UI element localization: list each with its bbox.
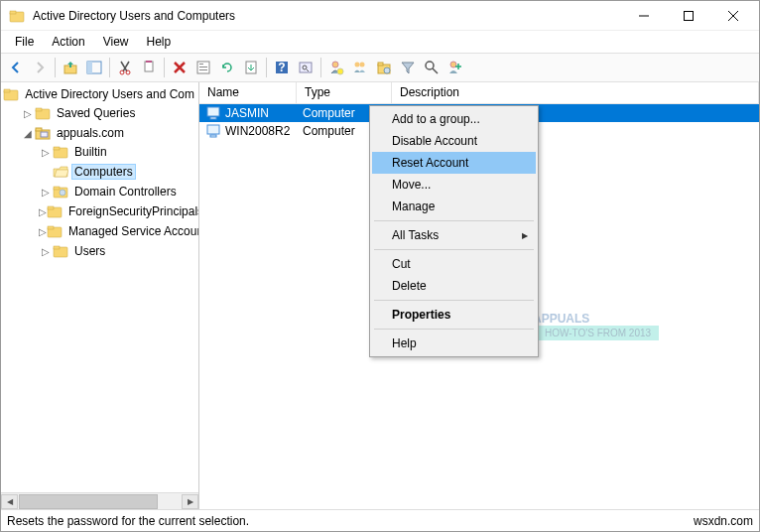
tree-root[interactable]: Active Directory Users and Com xyxy=(3,85,196,103)
scroll-left-button[interactable]: ◀ xyxy=(1,494,18,509)
svg-point-20 xyxy=(337,68,343,74)
ctx-cut[interactable]: Cut xyxy=(372,253,536,275)
status-text: Resets the password for the current sele… xyxy=(7,514,249,528)
tree-users[interactable]: ▷Users xyxy=(39,242,196,260)
svg-point-19 xyxy=(332,62,338,67)
horizontal-scrollbar[interactable]: ◀ ▶ xyxy=(1,492,198,509)
ou-icon xyxy=(53,184,68,200)
expand-icon[interactable]: ▷ xyxy=(39,244,53,258)
folder-icon xyxy=(47,203,63,219)
filter-button[interactable] xyxy=(397,57,419,78)
svg-point-25 xyxy=(384,67,390,73)
svg-rect-49 xyxy=(210,135,216,137)
forward-button[interactable] xyxy=(29,57,51,78)
expand-icon[interactable]: ▷ xyxy=(39,145,53,159)
svg-rect-9 xyxy=(146,61,152,63)
expand-icon[interactable]: ▷ xyxy=(39,204,47,218)
ctx-move[interactable]: Move... xyxy=(372,174,536,196)
up-button[interactable] xyxy=(60,57,81,78)
svg-rect-46 xyxy=(207,107,219,116)
ctx-delete[interactable]: Delete xyxy=(372,275,536,297)
folder-open-icon xyxy=(53,164,68,180)
computer-icon xyxy=(205,105,221,121)
menu-separator xyxy=(374,300,534,301)
refresh-button[interactable] xyxy=(216,57,238,78)
expand-icon[interactable]: ▷ xyxy=(39,185,53,199)
computer-icon xyxy=(205,123,221,139)
new-group-button[interactable] xyxy=(349,57,371,78)
expand-icon[interactable]: ▷ xyxy=(39,224,47,238)
window-title: Active Directory Users and Computers xyxy=(33,9,621,23)
scroll-thumb[interactable] xyxy=(19,494,158,509)
folder-icon xyxy=(53,144,68,160)
menu-help[interactable]: Help xyxy=(139,33,180,51)
ctx-reset-account[interactable]: Reset Account xyxy=(372,152,536,174)
new-ou-button[interactable] xyxy=(373,57,395,78)
svg-rect-24 xyxy=(378,63,383,66)
minimize-button[interactable] xyxy=(621,2,666,30)
svg-rect-8 xyxy=(145,62,153,71)
tree-pane[interactable]: Active Directory Users and Com ▷ Saved Q… xyxy=(1,82,199,509)
maximize-button[interactable] xyxy=(666,2,710,30)
tree-msa[interactable]: ▷Managed Service Accoun xyxy=(39,222,196,240)
svg-text:?: ? xyxy=(278,61,285,74)
search-button[interactable] xyxy=(421,57,443,78)
folder-icon xyxy=(53,243,68,259)
show-hide-tree-button[interactable] xyxy=(83,57,105,78)
ctx-properties[interactable]: Properties xyxy=(372,304,536,326)
folder-icon xyxy=(35,105,51,121)
back-button[interactable] xyxy=(5,57,27,78)
column-type[interactable]: Type xyxy=(297,82,392,103)
export-button[interactable] xyxy=(240,57,262,78)
menu-file[interactable]: File xyxy=(7,33,42,51)
toolbar: ? xyxy=(1,53,759,82)
ctx-manage[interactable]: Manage xyxy=(372,196,536,217)
tree-root-label: Active Directory Users and Com xyxy=(23,87,196,101)
svg-rect-36 xyxy=(54,147,60,150)
ctx-add-to-group[interactable]: Add to a group... xyxy=(372,108,536,130)
svg-rect-31 xyxy=(36,108,42,111)
domain-icon xyxy=(35,125,51,141)
credit-text: wsxdn.com xyxy=(694,514,753,528)
svg-rect-1 xyxy=(10,11,16,14)
help-button[interactable]: ? xyxy=(271,57,293,78)
menu-separator xyxy=(374,249,534,250)
expand-icon[interactable]: ▷ xyxy=(21,106,35,120)
new-user-button[interactable] xyxy=(325,57,347,78)
delete-button[interactable] xyxy=(169,57,190,78)
ctx-disable-account[interactable]: Disable Account xyxy=(372,130,536,152)
app-icon xyxy=(9,8,25,24)
folder-icon xyxy=(3,86,19,102)
ctx-all-tasks[interactable]: All Tasks xyxy=(372,224,536,246)
add-to-group-button[interactable] xyxy=(444,57,466,78)
tree-domain-controllers[interactable]: ▷Domain Controllers xyxy=(39,183,196,200)
properties-button[interactable] xyxy=(192,57,214,78)
find-button[interactable] xyxy=(295,57,317,78)
svg-rect-48 xyxy=(207,125,219,134)
svg-rect-11 xyxy=(199,64,203,65)
column-description[interactable]: Description xyxy=(392,82,759,103)
tree-builtin[interactable]: ▷Builtin xyxy=(39,143,196,161)
svg-point-26 xyxy=(426,62,434,69)
menu-view[interactable]: View xyxy=(95,33,137,51)
svg-rect-12 xyxy=(199,66,207,67)
collapse-icon[interactable]: ◢ xyxy=(21,126,35,140)
copy-button[interactable] xyxy=(138,57,160,78)
column-name[interactable]: Name xyxy=(199,82,297,103)
svg-rect-33 xyxy=(36,128,42,131)
scroll-right-button[interactable]: ▶ xyxy=(182,494,198,509)
ctx-help[interactable]: Help xyxy=(372,332,536,354)
menu-action[interactable]: Action xyxy=(44,33,92,51)
svg-rect-13 xyxy=(199,69,207,70)
tree-fsp[interactable]: ▷ForeignSecurityPrincipals xyxy=(39,202,196,220)
svg-rect-43 xyxy=(48,226,54,229)
cut-button[interactable] xyxy=(114,57,136,78)
svg-rect-29 xyxy=(4,89,10,92)
tree-saved-queries[interactable]: ▷ Saved Queries xyxy=(21,104,196,122)
svg-point-6 xyxy=(120,70,124,74)
svg-point-39 xyxy=(60,190,65,196)
tree-computers[interactable]: Computers xyxy=(39,163,196,181)
close-button[interactable] xyxy=(710,2,755,30)
svg-rect-2 xyxy=(684,11,693,20)
tree-domain[interactable]: ◢ appuals.com xyxy=(21,124,196,142)
